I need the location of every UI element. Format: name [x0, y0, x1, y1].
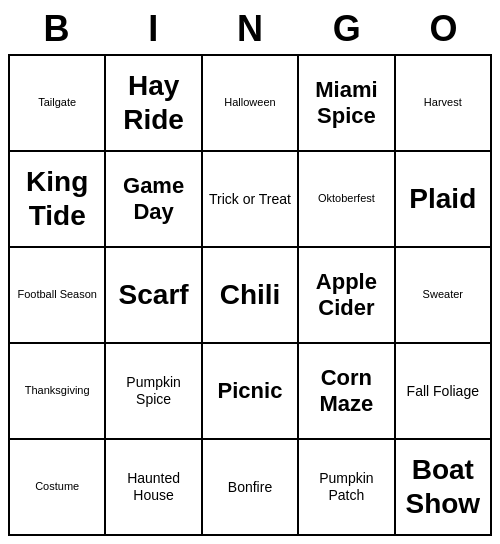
bingo-cell-1: Hay Ride — [106, 56, 202, 152]
cell-text-17: Picnic — [218, 378, 283, 404]
bingo-cell-12: Chili — [203, 248, 299, 344]
bingo-cell-15: Thanksgiving — [10, 344, 106, 440]
bingo-cell-0: Tailgate — [10, 56, 106, 152]
bingo-cell-9: Plaid — [396, 152, 492, 248]
bingo-cell-8: Oktoberfest — [299, 152, 395, 248]
bingo-letter-o: O — [400, 8, 488, 50]
bingo-letter-n: N — [206, 8, 294, 50]
bingo-cell-13: Apple Cider — [299, 248, 395, 344]
bingo-cell-21: Haunted House — [106, 440, 202, 536]
cell-text-9: Plaid — [409, 182, 476, 216]
cell-text-4: Harvest — [424, 96, 462, 109]
bingo-cell-6: Game Day — [106, 152, 202, 248]
cell-text-19: Fall Foliage — [407, 383, 479, 400]
cell-text-16: Pumpkin Spice — [110, 374, 196, 408]
cell-text-18: Corn Maze — [303, 365, 389, 418]
cell-text-14: Sweater — [423, 288, 463, 301]
bingo-letter-i: I — [109, 8, 197, 50]
bingo-cell-20: Costume — [10, 440, 106, 536]
cell-text-1: Hay Ride — [110, 69, 196, 136]
bingo-cell-3: Miami Spice — [299, 56, 395, 152]
cell-text-21: Haunted House — [110, 470, 196, 504]
bingo-cell-7: Trick or Treat — [203, 152, 299, 248]
bingo-cell-23: Pumpkin Patch — [299, 440, 395, 536]
bingo-cell-5: King Tide — [10, 152, 106, 248]
bingo-cell-24: Boat Show — [396, 440, 492, 536]
bingo-cell-17: Picnic — [203, 344, 299, 440]
bingo-letter-g: G — [303, 8, 391, 50]
bingo-cell-14: Sweater — [396, 248, 492, 344]
cell-text-24: Boat Show — [400, 453, 486, 520]
bingo-cell-4: Harvest — [396, 56, 492, 152]
cell-text-15: Thanksgiving — [25, 384, 90, 397]
cell-text-0: Tailgate — [38, 96, 76, 109]
bingo-letter-b: B — [12, 8, 100, 50]
bingo-header: BINGO — [8, 8, 492, 50]
cell-text-3: Miami Spice — [303, 77, 389, 130]
bingo-cell-22: Bonfire — [203, 440, 299, 536]
bingo-cell-19: Fall Foliage — [396, 344, 492, 440]
cell-text-23: Pumpkin Patch — [303, 470, 389, 504]
bingo-cell-2: Halloween — [203, 56, 299, 152]
cell-text-10: Football Season — [17, 288, 97, 301]
bingo-grid: TailgateHay RideHalloweenMiami SpiceHarv… — [8, 54, 492, 536]
bingo-cell-18: Corn Maze — [299, 344, 395, 440]
bingo-cell-16: Pumpkin Spice — [106, 344, 202, 440]
bingo-cell-11: Scarf — [106, 248, 202, 344]
cell-text-7: Trick or Treat — [209, 191, 291, 208]
cell-text-5: King Tide — [14, 165, 100, 232]
cell-text-12: Chili — [220, 278, 281, 312]
cell-text-6: Game Day — [110, 173, 196, 226]
bingo-cell-10: Football Season — [10, 248, 106, 344]
cell-text-22: Bonfire — [228, 479, 272, 496]
cell-text-2: Halloween — [224, 96, 275, 109]
cell-text-8: Oktoberfest — [318, 192, 375, 205]
cell-text-20: Costume — [35, 480, 79, 493]
cell-text-11: Scarf — [119, 278, 189, 312]
cell-text-13: Apple Cider — [303, 269, 389, 322]
